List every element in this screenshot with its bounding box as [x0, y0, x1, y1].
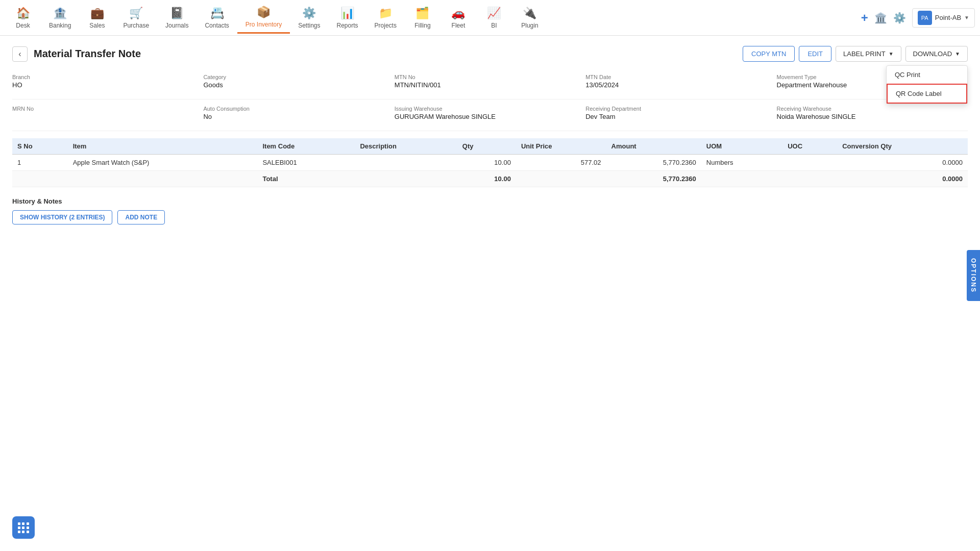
download-wrapper: DOWNLOAD ▼ QC Print QR Code Label [905, 46, 968, 62]
nav-item-projects[interactable]: 📁 Projects [366, 3, 405, 33]
info-mrn-no: MRN No [12, 104, 203, 122]
nav-item-plugin[interactable]: 🔌 Plugin [512, 3, 548, 33]
history-buttons: SHOW HISTORY (2 ENTRIES) ADD NOTE [12, 210, 968, 224]
filling-icon: 🗂️ [415, 7, 429, 20]
grid-dots-icon [18, 522, 29, 533]
nav-label-journals: Journals [165, 22, 188, 29]
page-content: ‹ Material Transfer Note COPY MTN EDIT L… [0, 36, 980, 235]
nav-item-contacts[interactable]: 📇 Contacts [197, 3, 237, 33]
grid-menu-button[interactable] [12, 516, 35, 539]
branch-label: Branch [12, 74, 203, 80]
table-header: S No Item Item Code Description Qty Unit… [12, 138, 968, 155]
total-empty6 [782, 171, 837, 187]
nav-item-banking[interactable]: 🏦 Banking [41, 3, 79, 33]
nav-item-settings[interactable]: ⚙️ Settings [290, 3, 328, 33]
total-empty3 [355, 171, 457, 187]
total-conversion-qty: 0.0000 [837, 171, 968, 187]
info-grid-row2: MRN No Auto Consumption No Issuing Wareh… [12, 99, 968, 131]
purchase-icon: 🛒 [129, 7, 143, 20]
cell-item: Apple Smart Watch (S&P) [68, 155, 258, 171]
header-actions: COPY MTN EDIT LABEL PRINT ▼ DOWNLOAD ▼ Q… [743, 46, 968, 62]
issuing-warehouse-label: Issuing Warehouse [395, 106, 585, 112]
cell-conversion-qty: 0.0000 [837, 155, 968, 171]
col-header-uoc: UOC [782, 138, 837, 155]
col-header-qty: Qty [457, 138, 516, 155]
nav-label-bi: BI [491, 22, 497, 29]
bank-icon[interactable]: 🏛️ [874, 12, 887, 24]
nav-item-sales[interactable]: 💼 Sales [79, 3, 115, 33]
cell-uoc [782, 155, 837, 171]
download-button[interactable]: DOWNLOAD ▼ [905, 46, 968, 62]
col-header-sno: S No [12, 138, 68, 155]
cell-sno: 1 [12, 155, 68, 171]
back-icon: ‹ [18, 49, 21, 59]
user-menu[interactable]: PA Point-AB ▼ [912, 8, 975, 28]
total-label: Total [257, 171, 355, 187]
info-issuing-warehouse: Issuing Warehouse GURUGRAM Warehosue SIN… [395, 104, 585, 122]
nav-item-pro-inventory[interactable]: 📦 Pro Inventory [237, 2, 290, 34]
nav-label-plugin: Plugin [521, 22, 538, 29]
nav-item-journals[interactable]: 📓 Journals [157, 3, 197, 33]
nav-item-reports[interactable]: 📊 Reports [329, 3, 366, 33]
nav-label-pro-inventory: Pro Inventory [246, 21, 282, 28]
total-qty: 10.00 [457, 171, 516, 187]
col-header-item: Item [68, 138, 258, 155]
nav-item-bi[interactable]: 📈 BI [476, 3, 512, 33]
total-empty5 [701, 171, 782, 187]
sales-icon: 💼 [90, 7, 104, 20]
nav-right: + 🏛️ ⚙️ PA Point-AB ▼ [861, 8, 975, 28]
top-nav: 🏠 Desk 🏦 Banking 💼 Sales 🛒 Purchase 📓 Jo… [0, 0, 980, 36]
add-note-button[interactable]: ADD NOTE [117, 210, 165, 224]
nav-label-banking: Banking [49, 22, 71, 29]
nav-label-settings: Settings [298, 22, 320, 29]
info-grid-row1: Branch HO Category Goods MTN No MTN/NITI… [12, 72, 968, 99]
col-header-conversion-qty: Conversion Qty [837, 138, 968, 155]
download-dropdown: QC Print QR Code Label [886, 65, 968, 104]
mrn-no-label: MRN No [12, 106, 203, 112]
total-empty2 [68, 171, 258, 187]
page-header: ‹ Material Transfer Note COPY MTN EDIT L… [12, 46, 968, 62]
label-print-label: LABEL PRINT [843, 50, 886, 58]
nav-item-purchase[interactable]: 🛒 Purchase [115, 3, 157, 33]
edit-button[interactable]: EDIT [799, 46, 831, 62]
col-header-description: Description [355, 138, 457, 155]
chevron-down-icon: ▼ [964, 15, 969, 20]
receiving-dept-label: Receiving Department [585, 106, 776, 112]
nav-item-fleet[interactable]: 🚗 Fleet [440, 3, 476, 33]
label-print-button[interactable]: LABEL PRINT ▼ [836, 46, 901, 62]
receiving-dept-value: Dev Team [585, 113, 776, 120]
col-header-item-code: Item Code [257, 138, 355, 155]
mtn-date-value: 13/05/2024 [585, 81, 776, 89]
receiving-warehouse-label: Receiving Warehouse [777, 106, 968, 112]
total-empty1 [12, 171, 68, 187]
nav-label-purchase: Purchase [123, 22, 149, 29]
info-category: Category Goods [203, 72, 394, 91]
back-button[interactable]: ‹ [12, 46, 28, 62]
gear-icon[interactable]: ⚙️ [893, 12, 906, 24]
show-history-button[interactable]: SHOW HISTORY (2 ENTRIES) [12, 210, 112, 224]
cell-description [355, 155, 457, 171]
nav-label-reports: Reports [337, 22, 358, 29]
cell-qty: 10.00 [457, 155, 516, 171]
col-header-uom: UOM [701, 138, 782, 155]
nav-label-desk: Desk [16, 22, 30, 29]
settings-icon: ⚙️ [302, 7, 316, 20]
label-print-arrow: ▼ [889, 51, 894, 57]
plugin-icon: 🔌 [523, 7, 536, 20]
options-tab[interactable]: OPTIONS [967, 250, 980, 301]
nav-item-desk[interactable]: 🏠 Desk [5, 3, 41, 33]
qc-print-option[interactable]: QC Print [887, 66, 967, 84]
table-row: 1 Apple Smart Watch (S&P) SALEBI001 10.0… [12, 155, 968, 171]
info-receiving-warehouse: Receiving Warehouse Noida Warehosue SING… [777, 104, 968, 122]
desk-icon: 🏠 [16, 7, 30, 20]
items-table: S No Item Item Code Description Qty Unit… [12, 138, 968, 187]
reports-icon: 📊 [340, 7, 354, 20]
qr-code-label-option[interactable]: QR Code Label [887, 84, 967, 104]
cell-unit-price: 577.02 [516, 155, 606, 171]
cell-item-code: SALEBI001 [257, 155, 355, 171]
cell-uom: Numbers [701, 155, 782, 171]
add-button[interactable]: + [861, 11, 868, 25]
nav-label-filling: Filling [414, 22, 430, 29]
copy-mtn-button[interactable]: COPY MTN [743, 46, 795, 62]
nav-item-filling[interactable]: 🗂️ Filling [405, 3, 440, 33]
